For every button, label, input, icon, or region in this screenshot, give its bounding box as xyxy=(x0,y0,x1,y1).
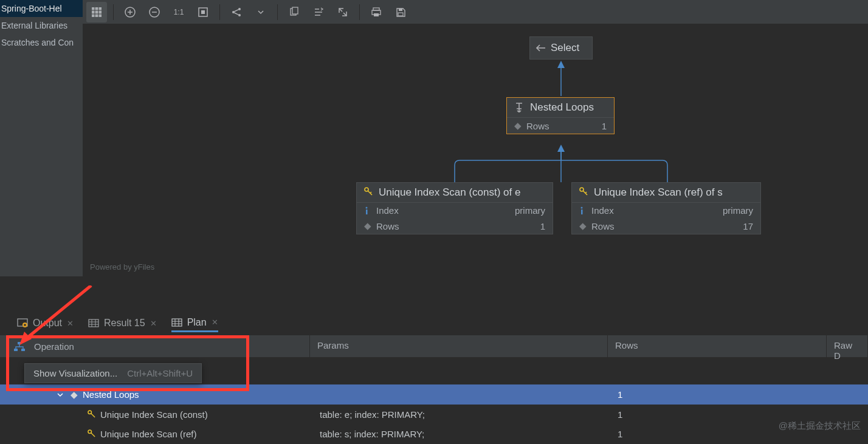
svg-rect-11 xyxy=(201,10,205,14)
save-icon xyxy=(395,7,406,18)
dropdown-button[interactable] xyxy=(250,2,271,22)
th-params[interactable]: Params xyxy=(310,335,608,357)
svg-rect-0 xyxy=(92,7,102,17)
table-row[interactable]: ◆ Nested Loops 1 xyxy=(0,384,868,405)
svg-rect-43 xyxy=(89,319,98,327)
svg-point-39 xyxy=(581,207,583,208)
close-icon[interactable]: ✕ xyxy=(67,319,74,328)
svg-line-15 xyxy=(235,9,239,11)
layout-button[interactable] xyxy=(308,2,329,22)
diamond-icon: ◆ xyxy=(514,120,526,131)
svg-rect-57 xyxy=(18,342,21,344)
chevron-down-icon xyxy=(258,9,264,15)
fit-screen-button[interactable] xyxy=(193,2,213,22)
tab-result[interactable]: Result 15 ✕ xyxy=(88,318,157,329)
close-icon[interactable]: ✕ xyxy=(150,319,157,328)
table-header: Operation Params Rows Raw D xyxy=(0,335,868,357)
show-visualization-tooltip[interactable]: Show Visualization... Ctrl+Alt+Shift+U xyxy=(24,363,202,383)
node-index-scan-const[interactable]: Unique Index Scan (const) of e Index pri… xyxy=(356,182,553,234)
tree-icon xyxy=(13,341,26,352)
zoom-in-button[interactable] xyxy=(120,2,140,22)
th-rows[interactable]: Rows xyxy=(608,335,827,357)
rows-label: Rows xyxy=(526,121,549,131)
op-text: Unique Index Scan (ref) xyxy=(100,429,196,439)
table-row[interactable]: Unique Index Scan (ref) table: s; index:… xyxy=(0,424,868,444)
plus-icon xyxy=(125,7,136,18)
key-icon xyxy=(579,186,588,199)
svg-rect-24 xyxy=(374,13,379,16)
node-nested-loops[interactable]: Nested Loops ◆ Rows 1 xyxy=(506,97,615,134)
plan-table: Operation Params Rows Raw D ◆ Nested Loo… xyxy=(0,335,868,444)
powered-by-label: Powered by yFiles xyxy=(90,262,154,272)
rows-value: 1 xyxy=(540,221,545,231)
svg-point-34 xyxy=(366,207,368,208)
rows-value: 17 xyxy=(743,221,753,231)
share-button[interactable] xyxy=(226,2,247,22)
info-icon xyxy=(579,207,591,215)
zoom-actual-button[interactable]: 1:1 xyxy=(168,2,189,22)
index-label: Index xyxy=(591,205,614,216)
node-title: Unique Index Scan (const) of e xyxy=(379,186,520,199)
grid-toggle-button[interactable] xyxy=(86,2,107,22)
tab-output[interactable]: Output ✕ xyxy=(17,318,74,329)
svg-line-38 xyxy=(585,192,587,193)
svg-rect-48 xyxy=(172,319,182,326)
separator xyxy=(219,4,220,20)
expand-button[interactable] xyxy=(332,2,353,22)
svg-rect-25 xyxy=(399,9,402,11)
diagram-toolbar: 1:1 xyxy=(83,0,868,24)
tooltip-shortcut: Ctrl+Alt+Shift+U xyxy=(127,368,193,378)
params-cell: table: e; index: PRIMARY; xyxy=(310,409,608,420)
node-select[interactable]: Select xyxy=(529,36,593,60)
svg-line-33 xyxy=(370,192,371,193)
th-operation[interactable]: Operation xyxy=(0,335,310,357)
sidebar-item-project[interactable]: Spring-Boot-Hel xyxy=(0,0,83,17)
rows-value: 1 xyxy=(602,121,607,131)
svg-rect-35 xyxy=(366,210,368,214)
op-text: Unique Index Scan (const) xyxy=(100,409,208,420)
one-to-one-icon: 1:1 xyxy=(174,8,184,16)
key-icon xyxy=(364,186,373,199)
close-icon[interactable]: ✕ xyxy=(212,318,218,327)
diamond-icon: ◆ xyxy=(364,220,376,231)
th-raw[interactable]: Raw D xyxy=(827,335,868,357)
rows-cell: 1 xyxy=(608,409,827,420)
node-title: Nested Loops xyxy=(530,101,594,114)
svg-line-16 xyxy=(235,13,239,15)
svg-rect-58 xyxy=(14,349,18,351)
minus-icon xyxy=(149,7,160,18)
key-icon xyxy=(88,429,95,439)
node-title: Unique Index Scan (ref) of s xyxy=(594,186,723,199)
table-row[interactable]: Unique Index Scan (const) table: e; inde… xyxy=(0,405,868,425)
share-icon xyxy=(231,7,242,18)
output-icon xyxy=(17,318,28,328)
sidebar-item-scratches[interactable]: Scratches and Con xyxy=(0,34,83,51)
sidebar-item-external-libs[interactable]: External Libraries xyxy=(0,17,83,34)
project-sidebar: Spring-Boot-Hel External Libraries Scrat… xyxy=(0,0,83,276)
svg-rect-59 xyxy=(21,349,25,351)
save-button[interactable] xyxy=(390,2,411,22)
expand-icon xyxy=(337,7,348,18)
svg-rect-26 xyxy=(398,13,403,16)
chevron-down-icon[interactable] xyxy=(57,392,66,398)
diamond-icon: ◆ xyxy=(579,220,591,231)
diagram-edges xyxy=(83,24,868,276)
diamond-icon: ◆ xyxy=(71,389,78,400)
tab-plan[interactable]: Plan ✕ xyxy=(171,317,218,332)
copy-button[interactable] xyxy=(284,2,305,22)
execution-plan-diagram[interactable]: Select Nested Loops ◆ Rows 1 Unique Inde… xyxy=(83,24,868,276)
show-visualization-button[interactable] xyxy=(12,340,27,354)
tab-label: Output xyxy=(33,318,62,329)
index-value: primary xyxy=(723,205,753,216)
print-button[interactable] xyxy=(366,2,387,22)
op-text: Nested Loops xyxy=(83,389,139,400)
tooltip-label: Show Visualization... xyxy=(33,368,117,378)
node-index-scan-ref[interactable]: Unique Index Scan (ref) of s Index prima… xyxy=(571,182,761,234)
key-icon xyxy=(88,409,95,420)
zoom-out-button[interactable] xyxy=(144,2,165,22)
params-cell: table: s; index: PRIMARY; xyxy=(310,429,608,439)
info-icon xyxy=(364,207,376,215)
fit-icon xyxy=(198,7,208,18)
layout-icon xyxy=(313,7,324,18)
index-value: primary xyxy=(515,205,545,216)
